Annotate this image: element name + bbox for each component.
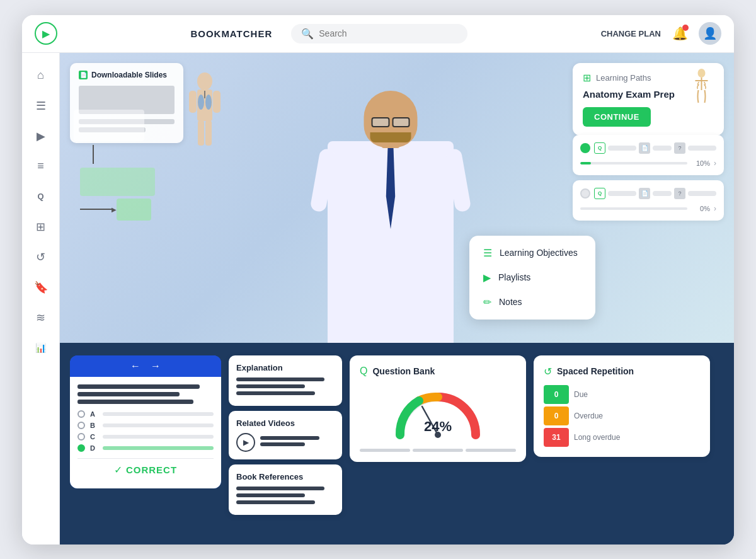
popup-item-label-3: Notes: [499, 297, 522, 307]
search-bar[interactable]: 🔍: [291, 24, 467, 43]
quiz-option-c[interactable]: C: [77, 433, 214, 441]
sr-overdue-label: Overdue: [574, 412, 603, 420]
sr-icon: ↺: [544, 366, 552, 377]
radio-b[interactable]: [77, 422, 85, 429]
avatar[interactable]: 👤: [699, 22, 721, 45]
progress-bar-1: [580, 162, 687, 164]
quiz-options: A B C: [77, 410, 214, 452]
spaced-repetition-card: ↺ Spaced Repetition 0 Due 0 Overdue: [534, 355, 710, 457]
slides-icon: 📄: [79, 71, 88, 79]
rv-content: ▶: [236, 433, 335, 452]
rv-lines: [260, 436, 335, 449]
chevron-icon-2[interactable]: ›: [714, 204, 716, 213]
correct-label: CORRECT: [126, 464, 177, 475]
quiz-card: ← → A: [70, 355, 221, 488]
logo-icon[interactable]: ▶: [35, 22, 57, 45]
sidebar-item-repetition[interactable]: ↺: [28, 245, 54, 270]
chevron-icon-1[interactable]: ›: [714, 159, 716, 168]
pc-title-bar: [608, 146, 636, 151]
top-bar-right: CHANGE PLAN 🔔 👤: [601, 22, 721, 45]
radio-d[interactable]: [77, 444, 85, 452]
progress-fill-1: [580, 162, 591, 164]
sr-long-overdue-block: 31: [544, 428, 569, 447]
pc-title-bar-6: [688, 191, 716, 196]
pc-question-icon-2: Q: [594, 188, 605, 199]
qbank-header: Q Question Bank: [360, 366, 516, 377]
quiz-body: A B C: [70, 377, 221, 488]
popup-item-notes[interactable]: ✏ Notes: [474, 290, 590, 314]
sr-bar-overdue: 0 Overdue: [544, 406, 700, 425]
sr-title: Spaced Repetition: [557, 366, 634, 376]
gauge-container: 24%: [360, 384, 516, 441]
popup-menu: ☰ Learning Objectives ▶ Playlists ✏ Note…: [469, 236, 595, 320]
popup-item-playlists[interactable]: ▶ Playlists: [474, 265, 590, 290]
popup-item-learning-objectives[interactable]: ☰ Learning Objectives: [474, 241, 590, 265]
radio-a[interactable]: [77, 410, 85, 418]
progress-bar-2: [580, 207, 687, 210]
anatomy-diagram: ▶: [74, 110, 162, 221]
notification-icon[interactable]: 🔔: [671, 25, 689, 42]
progress-percent-1: 10%: [691, 159, 710, 167]
sidebar-item-content[interactable]: ≡: [28, 154, 54, 179]
change-plan-button[interactable]: CHANGE PLAN: [601, 29, 661, 38]
exp-line-2: [236, 384, 305, 388]
option-letter-b: B: [90, 422, 98, 429]
nav-left-arrow[interactable]: ←: [130, 360, 140, 372]
quiz-option-b[interactable]: B: [77, 422, 214, 429]
sidebar-item-bookmarks[interactable]: 🔖: [28, 275, 54, 300]
pc-question-icon: Q: [594, 142, 605, 154]
explanation-title: Explanation: [236, 363, 335, 372]
sidebar-item-notes[interactable]: ☰: [28, 93, 54, 118]
sidebar-item-playlist[interactable]: ≋: [28, 305, 54, 330]
pc-doc-icon: 📄: [639, 142, 650, 154]
book-references-title: Book References: [236, 472, 335, 481]
sidebar-item-questions[interactable]: Q: [28, 184, 54, 209]
sr-due-block: 0: [544, 385, 569, 404]
correct-badge: ✓ CORRECT: [77, 458, 214, 481]
pc-icons-2: Q 📄 ?: [594, 188, 716, 199]
nav-right-arrow[interactable]: →: [151, 360, 161, 372]
quiz-option-d[interactable]: D: [77, 444, 214, 452]
learning-objectives-icon: ☰: [483, 247, 492, 259]
gauge-percent: 24%: [424, 418, 452, 435]
related-videos-title: Related Videos: [236, 418, 335, 428]
related-videos-card: Related Videos ▶: [229, 411, 342, 459]
lp-icon: ⊞: [583, 72, 591, 84]
radio-c[interactable]: [77, 433, 85, 441]
quiz-option-a[interactable]: A: [77, 410, 214, 418]
svg-rect-4: [189, 91, 197, 113]
search-input[interactable]: [319, 28, 457, 38]
quiz-nav: ← →: [70, 355, 221, 377]
progress-card-2: Q 📄 ? 0%: [573, 180, 724, 221]
sr-due-label: Due: [574, 390, 588, 399]
svg-point-2: [198, 95, 204, 110]
qbank-icon: Q: [360, 366, 367, 377]
sr-overdue-block: 0: [544, 406, 569, 425]
sidebar-item-home[interactable]: ⌂: [28, 63, 54, 88]
br-line-1: [236, 487, 324, 490]
option-letter-c: C: [90, 433, 98, 441]
notification-badge: [682, 25, 689, 31]
question-line-1: [77, 384, 200, 389]
sidebar-item-grid[interactable]: ⊞: [28, 214, 54, 239]
skeleton-image: [684, 68, 719, 112]
hero-area: 📄 Downloadable Slides: [60, 53, 734, 355]
sidebar-item-stats[interactable]: 📊: [28, 335, 54, 360]
pc-title-bar-2: [653, 146, 672, 151]
continue-button[interactable]: CONTINUE: [583, 107, 651, 127]
pc-title-bar-3: [688, 146, 716, 151]
svg-point-8: [698, 69, 706, 78]
sr-header: ↺ Spaced Repetition: [544, 366, 700, 377]
sidebar-item-videos[interactable]: ▶: [28, 124, 54, 149]
playlists-icon: ▶: [483, 272, 491, 284]
explanation-card: Explanation: [229, 355, 342, 406]
question-line-2: [77, 392, 180, 396]
notes-icon: ✏: [483, 296, 491, 308]
brand-label: BOOKMATCHER: [190, 28, 272, 39]
rv-play-button[interactable]: ▶: [236, 433, 255, 452]
option-bar-d: [103, 446, 214, 450]
br-line-3: [236, 500, 315, 504]
sr-long-overdue-label: Long overdue: [574, 433, 620, 442]
option-bar-c: [103, 435, 214, 439]
popup-item-label: Learning Objectives: [500, 248, 578, 258]
